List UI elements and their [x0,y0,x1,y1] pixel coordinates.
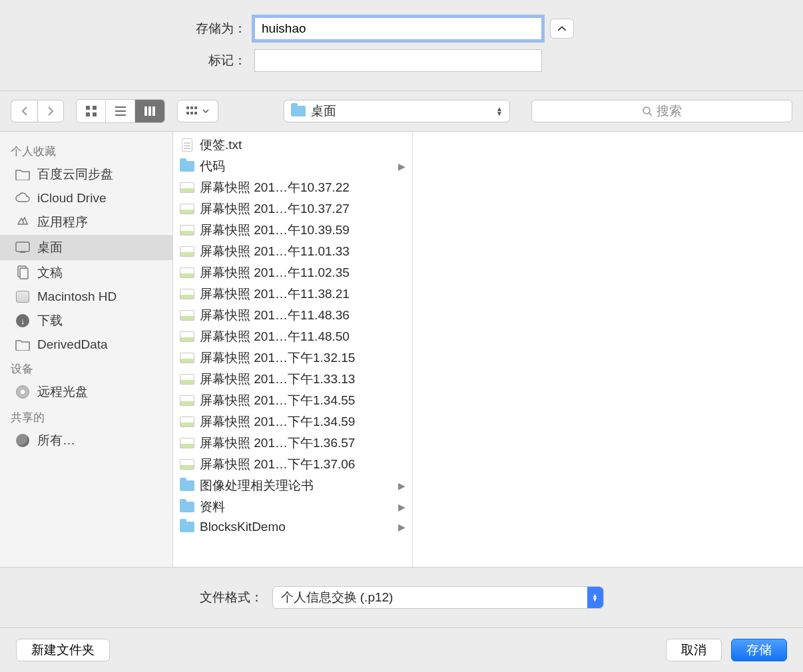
desktop-icon [15,241,31,254]
collapse-button[interactable] [550,19,574,39]
search-placeholder: 搜索 [657,102,682,120]
file-name: 屏幕快照 201…下午1.36.57 [200,434,405,452]
chevron-right-icon: ▶ [398,480,405,491]
svg-rect-3 [93,112,97,116]
file-row[interactable]: 屏幕快照 201…午11.48.50 [173,326,412,347]
docs-icon [15,266,31,279]
file-row[interactable]: 屏幕快照 201…午11.02.35 [173,262,412,283]
tags-label: 标记： [0,52,246,69]
svg-rect-11 [190,106,193,109]
document-file-icon [180,138,194,152]
back-button[interactable] [11,100,37,122]
sidebar-item[interactable]: 所有… [0,428,172,453]
file-row[interactable]: 资料▶ [173,496,412,518]
image-file-icon [180,287,194,301]
file-name: 屏幕快照 201…午10.37.22 [200,179,405,196]
location-popup[interactable]: 桌面 ▲▼ [284,100,510,122]
file-row[interactable]: 图像处理相关理论书▶ [173,475,412,496]
file-row[interactable]: 屏幕快照 201…午11.01.33 [173,241,412,262]
file-row[interactable]: 屏幕快照 201…下午1.37.06 [173,454,412,475]
file-row[interactable]: 屏幕快照 201…下午1.36.57 [173,432,412,454]
svg-rect-21 [20,268,28,279]
file-row[interactable]: 屏幕快照 201…下午1.34.59 [173,411,412,432]
format-select[interactable]: 个人信息交换 (.p12) ▲▼ [272,586,604,609]
sidebar-item[interactable]: 远程光盘 [0,379,172,405]
chevron-down-icon [202,108,209,114]
sidebar-item-label: 所有… [37,432,75,449]
file-row[interactable]: 便签.txt [173,134,412,156]
list-icon [115,105,127,117]
format-section: 文件格式： 个人信息交换 (.p12) ▲▼ [0,567,803,627]
cloud-icon [15,192,31,205]
file-row[interactable]: 屏幕快照 201…午10.37.27 [173,198,412,220]
save-button[interactable]: 存储 [731,639,787,661]
svg-rect-7 [144,106,147,116]
drive-icon [15,290,31,303]
sidebar-item-label: Macintosh HD [37,289,117,304]
svg-rect-6 [115,114,126,116]
sidebar-item[interactable]: iCloud Drive [0,187,172,210]
file-row[interactable]: 屏幕快照 201…下午1.33.13 [173,369,412,390]
cancel-button[interactable]: 取消 [666,639,722,661]
file-name: 图像处理相关理论书 [200,477,393,494]
file-row[interactable]: 屏幕快照 201…午11.38.21 [173,283,412,305]
dialog-footer: 新建文件夹 取消 存储 [0,627,803,672]
search-field[interactable]: 搜索 [531,100,792,122]
save-as-input[interactable] [254,17,542,40]
browser-toolbar: 桌面 ▲▼ 搜索 [0,91,803,132]
folder-icon [291,106,306,116]
sidebar-item[interactable]: Macintosh HD [0,285,172,308]
file-name: BlocksKitDemo [200,520,393,534]
folder-icon [180,159,194,174]
svg-rect-10 [186,106,189,109]
disc-icon [15,385,31,399]
forward-button[interactable] [37,100,64,122]
sidebar-item-label: 应用程序 [37,214,88,231]
folder-icon [15,168,31,181]
save-panel-header: 存储为： 标记： [0,0,803,91]
new-folder-button[interactable]: 新建文件夹 [16,639,110,661]
sidebar-item-label: 远程光盘 [37,383,88,401]
file-name: 代码 [200,158,393,175]
sidebar-item[interactable]: 桌面 [0,235,172,260]
arrange-button[interactable] [177,100,218,122]
file-row[interactable]: 屏幕快照 201…午11.48.36 [173,305,412,326]
chevron-right-icon: ▶ [398,522,405,532]
sidebar-item[interactable]: 文稿 [0,260,172,285]
sidebar-item[interactable]: DerivedData [0,333,172,356]
file-row[interactable]: 代码▶ [173,156,412,177]
file-row[interactable]: 屏幕快照 201…下午1.34.55 [173,390,412,411]
sidebar-item-label: 百度云同步盘 [37,166,113,183]
updown-icon: ▲▼ [496,106,503,116]
sidebar: 个人收藏百度云同步盘iCloud Drive应用程序桌面文稿Macintosh … [0,132,173,567]
svg-point-16 [643,107,650,114]
sidebar-item-label: 文稿 [37,264,63,281]
svg-line-17 [649,113,652,116]
svg-rect-19 [20,252,25,253]
file-row[interactable]: 屏幕快照 201…下午1.32.15 [173,347,412,369]
list-view-button[interactable] [106,100,135,122]
sidebar-item[interactable]: 应用程序 [0,210,172,235]
sidebar-section-header: 个人收藏 [0,138,172,162]
chevron-right-icon [47,106,55,116]
sidebar-item-label: DerivedData [37,337,108,352]
image-file-icon [180,329,194,344]
search-icon [642,106,653,116]
apps-icon [15,216,31,229]
sidebar-item[interactable]: ↓下载 [0,308,172,333]
image-file-icon [180,436,194,450]
file-name: 屏幕快照 201…下午1.37.06 [200,456,405,473]
save-as-label: 存储为： [0,20,246,37]
icon-view-button[interactable] [77,100,106,122]
file-name: 屏幕快照 201…下午1.32.15 [200,349,405,367]
file-name: 屏幕快照 201…午10.37.27 [200,200,405,218]
file-row[interactable]: 屏幕快照 201…午10.37.22 [173,177,412,198]
column-view-button[interactable] [135,100,164,122]
image-file-icon [180,265,194,280]
folder-icon [180,500,194,514]
file-row[interactable]: BlocksKitDemo▶ [173,518,412,536]
file-row[interactable]: 屏幕快照 201…午10.39.59 [173,220,412,241]
tags-input[interactable] [254,49,542,72]
arrange-icon [186,106,200,116]
sidebar-item[interactable]: 百度云同步盘 [0,162,172,187]
